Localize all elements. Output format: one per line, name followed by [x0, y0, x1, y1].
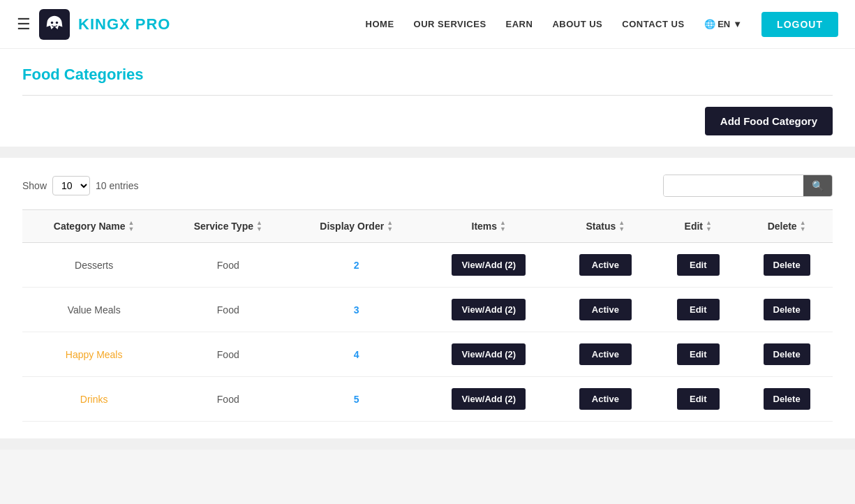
active-status-button[interactable]: Active — [579, 388, 632, 410]
show-label: Show — [22, 180, 47, 191]
cell-items: View/Add (2) — [422, 377, 555, 422]
edit-button[interactable]: Edit — [677, 299, 720, 320]
table-row: Happy Meals Food 4 View/Add (2) Active E… — [22, 332, 833, 377]
cell-delete: Delete — [741, 332, 833, 377]
search-button[interactable]: 🔍 — [803, 175, 832, 196]
cell-edit: Edit — [655, 243, 741, 288]
chevron-down-icon: ▼ — [733, 19, 742, 29]
table-header: Category Name ▲▼ Service Type ▲▼ Display… — [22, 210, 833, 243]
active-status-button[interactable]: Active — [579, 299, 632, 320]
svg-point-1 — [56, 21, 59, 24]
cell-delete: Delete — [741, 377, 833, 422]
delete-button[interactable]: Delete — [764, 254, 810, 276]
svg-point-0 — [51, 21, 54, 24]
nav-our-services[interactable]: OUR SERVICES — [414, 19, 486, 29]
nav-home[interactable]: HOME — [366, 19, 394, 29]
cell-edit: Edit — [655, 288, 741, 332]
cell-status: Active — [555, 288, 655, 332]
hamburger-icon[interactable]: ☰ — [17, 15, 31, 34]
cell-delete: Delete — [741, 243, 833, 288]
nav-contact-us[interactable]: CONTACT US — [622, 19, 684, 29]
header: ☰ KINGX PRO HOME OUR SERVICES EARN ABOUT… — [0, 0, 855, 49]
col-display-order: Display Order ▲▼ — [290, 210, 422, 243]
cell-service-type: Food — [165, 243, 290, 288]
cell-category-name: Desserts — [22, 243, 165, 288]
cell-status: Active — [555, 332, 655, 377]
nav-about-us[interactable]: ABOUT US — [552, 19, 602, 29]
table-body: Desserts Food 2 View/Add (2) Active Edit… — [22, 243, 833, 422]
cell-category-name: Drinks — [22, 377, 165, 422]
delete-button[interactable]: Delete — [764, 299, 810, 320]
view-add-button[interactable]: View/Add (2) — [452, 254, 526, 276]
brand-x: X — [119, 15, 131, 33]
cell-edit: Edit — [655, 377, 741, 422]
col-delete: Delete ▲▼ — [741, 210, 833, 243]
cell-items: View/Add (2) — [422, 288, 555, 332]
cell-edit: Edit — [655, 332, 741, 377]
search-box: 🔍 — [663, 175, 833, 197]
view-add-button[interactable]: View/Add (2) — [452, 388, 526, 410]
active-status-button[interactable]: Active — [579, 254, 632, 276]
cell-category-name: Value Meals — [22, 288, 165, 332]
page-title: Food Categories — [22, 66, 833, 96]
cell-display-order: 4 — [290, 332, 422, 377]
header-left: ☰ KINGX PRO — [17, 9, 170, 40]
cell-category-name: Happy Meals — [22, 332, 165, 377]
active-status-button[interactable]: Active — [579, 343, 632, 365]
table-section: Show 10 25 50 10 entries 🔍 Category Name… — [0, 158, 855, 438]
view-add-button[interactable]: View/Add (2) — [452, 343, 526, 365]
col-edit: Edit ▲▼ — [655, 210, 741, 243]
entries-label: 10 entries — [96, 180, 138, 191]
logo-icon — [45, 15, 64, 34]
show-entries: Show 10 25 50 10 entries — [22, 176, 139, 195]
nav-earn[interactable]: EARN — [506, 19, 533, 29]
cell-service-type: Food — [165, 288, 290, 332]
table-row: Value Meals Food 3 View/Add (2) Active E… — [22, 288, 833, 332]
brand-pro: PRO — [131, 15, 171, 33]
cell-display-order: 5 — [290, 377, 422, 422]
table-row: Drinks Food 5 View/Add (2) Active Edit D… — [22, 377, 833, 422]
edit-button[interactable]: Edit — [677, 254, 720, 276]
search-input[interactable] — [664, 175, 803, 196]
col-category-name: Category Name ▲▼ — [22, 210, 165, 243]
brand-name: KINGX PRO — [78, 15, 170, 34]
cell-delete: Delete — [741, 288, 833, 332]
col-items: Items ▲▼ — [422, 210, 555, 243]
cell-service-type: Food — [165, 377, 290, 422]
logout-button[interactable]: LOGOUT — [761, 12, 838, 37]
logo-box — [39, 9, 70, 40]
cell-items: View/Add (2) — [422, 332, 555, 377]
table-row: Desserts Food 2 View/Add (2) Active Edit… — [22, 243, 833, 288]
col-service-type: Service Type ▲▼ — [165, 210, 290, 243]
col-status: Status ▲▼ — [555, 210, 655, 243]
cell-status: Active — [555, 377, 655, 422]
cell-display-order: 2 — [290, 243, 422, 288]
entries-select[interactable]: 10 25 50 — [52, 176, 90, 195]
add-food-category-button[interactable]: Add Food Category — [705, 107, 833, 135]
lang-label: 🌐 EN — [704, 19, 731, 29]
brand-king: KING — [78, 15, 119, 33]
view-add-button[interactable]: View/Add (2) — [452, 299, 526, 320]
table-controls: Show 10 25 50 10 entries 🔍 — [22, 175, 833, 197]
page-content: Food Categories Add Food Category — [0, 49, 855, 147]
data-table: Category Name ▲▼ Service Type ▲▼ Display… — [22, 209, 833, 422]
delete-button[interactable]: Delete — [764, 343, 810, 365]
edit-button[interactable]: Edit — [677, 388, 720, 410]
header-nav: HOME OUR SERVICES EARN ABOUT US CONTACT … — [366, 12, 838, 37]
cell-display-order: 3 — [290, 288, 422, 332]
cell-service-type: Food — [165, 332, 290, 377]
action-bar: Add Food Category — [22, 96, 833, 147]
nav-lang[interactable]: 🌐 EN ▼ — [704, 19, 743, 29]
cell-status: Active — [555, 243, 655, 288]
cell-items: View/Add (2) — [422, 243, 555, 288]
edit-button[interactable]: Edit — [677, 343, 720, 365]
delete-button[interactable]: Delete — [764, 388, 810, 410]
